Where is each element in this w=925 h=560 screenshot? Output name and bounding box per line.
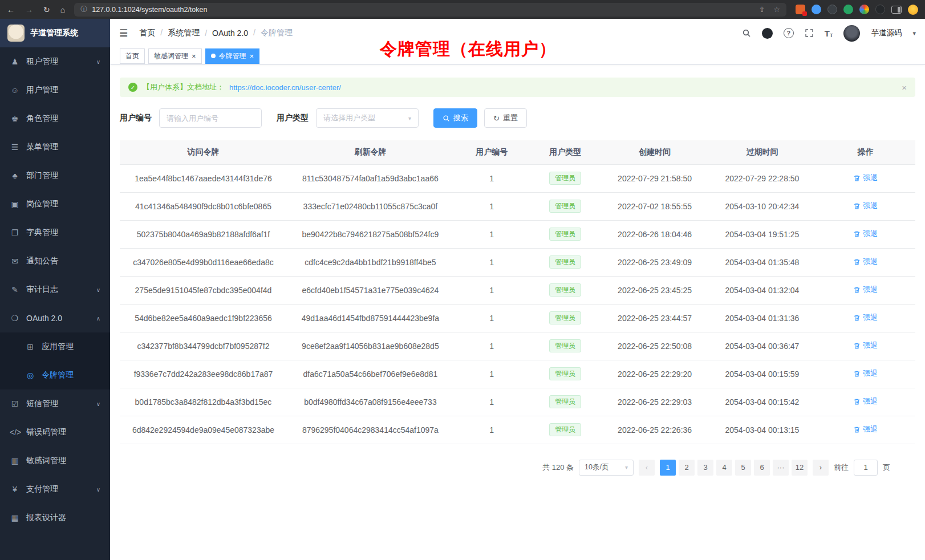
help-icon[interactable]: ?: [784, 28, 794, 38]
search-icon[interactable]: [742, 29, 751, 38]
page-tab[interactable]: 敏感词管理 ×: [148, 48, 202, 64]
extension-icon-rainbow[interactable]: [859, 5, 869, 14]
force-logout-button[interactable]: 强退: [853, 257, 878, 267]
sidebar-panel-icon[interactable]: [891, 6, 902, 14]
sidebar-item[interactable]: ♟ 租户管理 ∨: [0, 47, 110, 76]
success-alert: ✓ 【用户体系】文档地址： https://doc.iocoder.cn/use…: [120, 78, 915, 97]
search-button[interactable]: 搜索: [433, 108, 477, 128]
alert-doc-link[interactable]: https://doc.iocoder.cn/user-center/: [229, 83, 341, 92]
force-logout-icon: [853, 398, 861, 405]
force-logout-button[interactable]: 强退: [853, 201, 878, 211]
page-number-button[interactable]: ···: [773, 460, 789, 476]
sidebar-item[interactable]: </> 错误码管理: [0, 418, 110, 447]
sidebar-item[interactable]: ☺ 用户管理: [0, 76, 110, 104]
user-type-select[interactable]: 请选择用户类型 ▾: [316, 108, 419, 128]
browser-home-icon[interactable]: ⌂: [60, 5, 65, 14]
action-cell: 强退: [816, 304, 915, 332]
browser-back-icon[interactable]: ←: [7, 5, 15, 14]
page-number-button[interactable]: 4: [716, 460, 732, 476]
page-tab[interactable]: 令牌管理 ×: [205, 48, 260, 64]
breadcrumb-item[interactable]: 令牌管理: [248, 28, 293, 38]
extension-icon-gray[interactable]: [875, 5, 885, 14]
force-logout-button[interactable]: 强退: [853, 340, 878, 351]
page-number-button[interactable]: 3: [697, 460, 713, 476]
sidebar-item[interactable]: ❐ 字典管理: [0, 218, 110, 247]
action-cell: 强退: [816, 360, 915, 388]
force-logout-button[interactable]: 强退: [853, 313, 878, 323]
page-number-button[interactable]: 6: [754, 460, 770, 476]
refresh-token-cell: cdfc4ce9c2da4bb1bdf21b9918ff4be5: [287, 248, 454, 276]
browser-reload-icon[interactable]: ↻: [43, 5, 50, 14]
sidebar-item[interactable]: ▦ 报表设计器: [0, 504, 110, 532]
sidebar-item[interactable]: ♚ 角色管理: [0, 104, 110, 133]
menu-item-label: 角色管理: [26, 113, 58, 124]
user-avatar[interactable]: [843, 25, 860, 42]
sidebar-item[interactable]: ♣ 部门管理: [0, 161, 110, 190]
breadcrumb-item[interactable]: OAuth 2.0: [200, 29, 248, 38]
reset-button[interactable]: ↻ 重置: [484, 108, 527, 128]
address-bar[interactable]: ⓘ 127.0.0.1:1024/system/oauth2/token ⇧ ☆: [74, 3, 786, 17]
collapse-sidebar-icon[interactable]: ☰: [119, 27, 128, 39]
sidebar-item[interactable]: ☰ 菜单管理: [0, 133, 110, 161]
extension-icon-blue[interactable]: [812, 5, 821, 14]
sidebar-item[interactable]: ✉ 通知公告: [0, 247, 110, 275]
alert-close-icon[interactable]: ×: [902, 83, 907, 92]
sidebar-item[interactable]: ⊞ 应用管理: [0, 332, 110, 361]
user-name[interactable]: 芋道源码: [871, 28, 902, 38]
tab-close-icon[interactable]: ×: [192, 52, 196, 60]
sidebar-item[interactable]: ▥ 敏感词管理: [0, 447, 110, 475]
page-tab[interactable]: 首页 ×: [120, 48, 145, 64]
breadcrumb-item[interactable]: 系统管理: [155, 28, 200, 38]
extension-icon-dark[interactable]: [827, 5, 837, 14]
tab-label: 首页: [125, 51, 139, 61]
force-logout-button[interactable]: 强退: [853, 173, 878, 183]
force-logout-button[interactable]: 强退: [853, 424, 878, 435]
force-logout-icon: [853, 370, 861, 378]
refresh-token-cell: 9ce8ef2aa9f14056b831ae9b608e28d5: [287, 332, 454, 360]
page-info-icon[interactable]: ⓘ: [80, 5, 87, 14]
menu-item-label: 支付管理: [26, 484, 58, 494]
bookmark-star-icon[interactable]: ☆: [773, 5, 780, 14]
github-icon[interactable]: [762, 28, 773, 39]
browser-chrome: ← → ↻ ⌂ ⓘ 127.0.0.1:1024/system/oauth2/t…: [0, 0, 925, 19]
page-size-select[interactable]: 10条/页 ▾: [579, 460, 634, 476]
app-title: 芋道管理系统: [30, 28, 78, 38]
breadcrumb-item[interactable]: 首页: [139, 28, 155, 38]
user-type-badge: 管理员: [549, 311, 581, 324]
page-number-button[interactable]: 2: [679, 460, 695, 476]
menu-item-label: 菜单管理: [26, 142, 58, 152]
goto-page-input[interactable]: [854, 460, 878, 476]
browser-forward-icon[interactable]: →: [25, 5, 33, 14]
browser-profile-avatar[interactable]: [908, 5, 918, 15]
font-size-icon[interactable]: TT: [825, 29, 833, 38]
created-time-cell: 2022-06-25 22:26:36: [601, 416, 708, 444]
tab-close-icon[interactable]: ×: [250, 52, 254, 60]
extension-icon-orange[interactable]: [796, 5, 805, 14]
page-number-button[interactable]: 5: [735, 460, 751, 476]
user-menu-caret-icon[interactable]: ▾: [912, 30, 916, 37]
sidebar-item[interactable]: ◎ 令牌管理: [0, 361, 110, 389]
column-header: 用户编号: [454, 140, 530, 164]
page-number-button[interactable]: 12: [792, 460, 808, 476]
user-id-input[interactable]: [159, 108, 262, 128]
extension-icon-green[interactable]: [843, 5, 853, 14]
sidebar-item[interactable]: ✎ 审计日志 ∨: [0, 275, 110, 304]
page-number-button[interactable]: 1: [660, 460, 676, 476]
fullscreen-icon[interactable]: [805, 29, 814, 38]
sidebar-item[interactable]: ❍ OAuth 2.0 ∧: [0, 304, 110, 332]
sidebar-item[interactable]: ¥ 支付管理 ∨: [0, 475, 110, 504]
tab-label: 敏感词管理: [154, 51, 188, 61]
action-cell: 强退: [816, 388, 915, 416]
sidebar-item[interactable]: ▣ 岗位管理: [0, 190, 110, 218]
force-logout-button[interactable]: 强退: [853, 368, 878, 379]
sidebar-item[interactable]: ☑ 短信管理 ∨: [0, 389, 110, 418]
prev-page-button[interactable]: ‹: [639, 460, 655, 476]
menu-item-icon: ☰: [10, 143, 20, 152]
share-icon[interactable]: ⇧: [758, 5, 765, 14]
next-page-button[interactable]: ›: [813, 460, 829, 476]
refresh-token-cell: dfa6c71a50a54c66bef706ef9e6e8d81: [287, 360, 454, 388]
force-logout-button[interactable]: 强退: [853, 396, 878, 407]
table-row: 54d6be82ee5a460a9aedc1f9bf223656 49d1aa4…: [120, 304, 915, 332]
force-logout-button[interactable]: 强退: [853, 285, 878, 295]
force-logout-button[interactable]: 强退: [853, 229, 878, 239]
